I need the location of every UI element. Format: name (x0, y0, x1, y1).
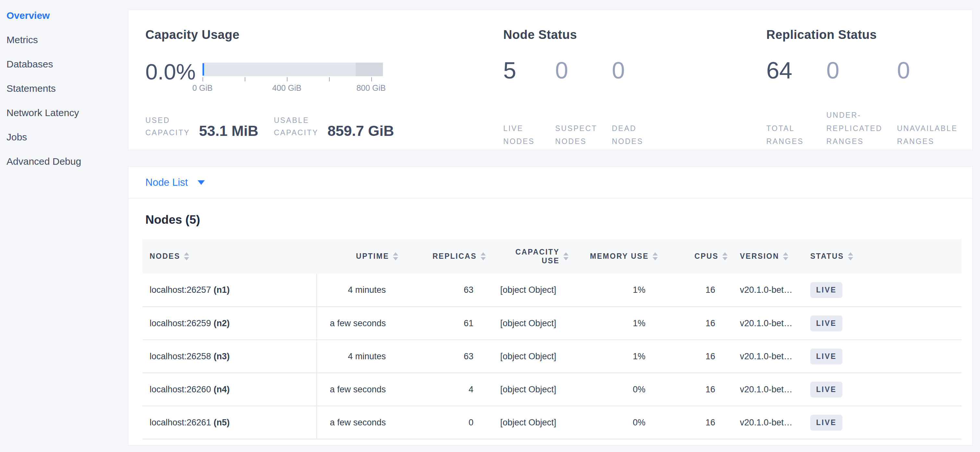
chevron-down-icon (197, 180, 205, 185)
capacity-gauge: 0 GiB 400 GiB 800 GiB (202, 63, 383, 94)
uptime-cell: a few seconds (317, 373, 399, 406)
table-row: localhost:26261(n5) a few seconds 0 [obj… (142, 406, 961, 439)
replication-stat: 64 TOTAL RANGES (766, 59, 811, 148)
replication-stat: 0 UNDER- REPLICATED RANGES (826, 59, 882, 148)
stat-value: 64 (766, 59, 811, 82)
nodes-table: NODES UPTIME (142, 239, 961, 439)
node-status-stat: 5 LIVE NODES (503, 59, 541, 148)
status-cell: LIVE (799, 373, 961, 406)
capacity-usage-title: Capacity Usage (145, 28, 503, 42)
node-list-dropdown[interactable]: Node List (145, 177, 205, 189)
node-list-panel: Node List Nodes (5) NODES (128, 167, 972, 446)
sidebar-item[interactable]: Jobs (0, 125, 128, 149)
cpus-cell: 16 (659, 307, 729, 340)
node-address-link[interactable]: localhost:26257 (150, 285, 211, 295)
version-cell: v20.1.0-bet… (729, 307, 799, 340)
sidebar-item-label: Databases (6, 59, 53, 70)
node-address-link[interactable]: localhost:26259 (150, 319, 211, 328)
axis-label-800gib: 800 GiB (356, 83, 385, 93)
sidebar-item[interactable]: Advanced Debug (0, 149, 128, 173)
column-header[interactable]: STATUS (799, 239, 961, 274)
version-cell: v20.1.0-bet… (729, 406, 799, 439)
node-status-title: Node Status (503, 28, 767, 42)
status-badge: LIVE (810, 316, 842, 331)
column-header[interactable]: CPUS (659, 239, 729, 274)
replication-stat: 0 UNAVAILABLE RANGES (897, 59, 958, 148)
sidebar-item[interactable]: Databases (0, 52, 128, 76)
sidebar-item[interactable]: Metrics (0, 27, 128, 52)
capacity-usage-section: Capacity Usage 0.0% 0 GiB 400 GiB 800 Gi… (145, 28, 503, 150)
node-id: (n4) (213, 385, 230, 394)
sidebar-item-label: Jobs (6, 132, 27, 143)
sort-icon (393, 252, 398, 260)
sidebar-item-label: Network Latency (6, 107, 79, 118)
sort-icon (184, 252, 189, 260)
sort-icon (480, 252, 486, 260)
table-row: localhost:26257(n1) 4 minutes 63 [object… (142, 274, 961, 307)
usable-capacity-label: USABLE CAPACITY (274, 114, 318, 139)
column-header[interactable]: NODES (142, 239, 317, 274)
column-header[interactable]: MEMORY USE (570, 239, 659, 274)
column-header[interactable]: REPLICAS (399, 239, 487, 274)
table-row: localhost:26258(n3) 4 minutes 63 [object… (142, 340, 961, 373)
capacity-gauge-axis: 0 GiB 400 GiB 800 GiB (202, 83, 383, 94)
sidebar-item[interactable]: Network Latency (0, 100, 128, 125)
capacity-use-cell: [object Object] (487, 340, 570, 373)
version-cell: v20.1.0-bet… (729, 373, 799, 406)
uptime-cell: 4 minutes (317, 340, 399, 373)
sort-icon (563, 252, 568, 260)
node-cell: localhost:26258(n3) (142, 340, 317, 373)
used-capacity-label: USED CAPACITY (145, 114, 190, 139)
replicas-cell: 4 (399, 373, 487, 406)
node-address-link[interactable]: localhost:26261 (150, 418, 211, 427)
stat-value: 0 (555, 59, 597, 82)
stat-label: UNAVAILABLE RANGES (897, 122, 958, 148)
version-cell: v20.1.0-bet… (729, 274, 799, 307)
sort-icon (722, 252, 727, 260)
node-address-link[interactable]: localhost:26260 (150, 385, 211, 394)
memory-use-cell: 1% (570, 307, 659, 340)
capacity-use-cell: [object Object] (487, 373, 570, 406)
sort-icon (848, 252, 853, 260)
usable-capacity-stat: USABLE CAPACITY 859.7 GiB (274, 114, 394, 139)
column-header[interactable]: CAPACITY USE (487, 239, 570, 274)
node-list-dropdown-label: Node List (145, 177, 188, 189)
node-status-stat: 0 SUSPECT NODES (555, 59, 597, 148)
stat-value: 0 (612, 59, 649, 82)
capacity-gauge-bar (202, 63, 383, 76)
capacity-used-percent: 0.0% (145, 61, 202, 83)
capacity-use-cell: [object Object] (487, 274, 570, 307)
node-id: (n2) (213, 319, 230, 328)
memory-use-cell: 1% (570, 274, 659, 307)
table-row: localhost:26260(n4) a few seconds 4 [obj… (142, 373, 961, 406)
sidebar-item[interactable]: Statements (0, 76, 128, 100)
replicas-cell: 61 (399, 307, 487, 340)
cpus-cell: 16 (659, 373, 729, 406)
used-capacity-stat: USED CAPACITY 53.1 MiB (145, 114, 258, 139)
sidebar-item[interactable]: Overview (0, 3, 128, 27)
version-cell: v20.1.0-bet… (729, 340, 799, 373)
stat-label: TOTAL RANGES (766, 122, 811, 148)
capacity-gauge-reserved-segment (356, 63, 383, 76)
capacity-gauge-used-marker (202, 63, 204, 76)
node-address-link[interactable]: localhost:26258 (150, 352, 211, 361)
used-capacity-value: 53.1 MiB (199, 124, 258, 138)
replicas-cell: 0 (399, 406, 487, 439)
column-header[interactable]: VERSION (729, 239, 799, 274)
capacity-gauge-ticks (202, 77, 383, 82)
node-cell: localhost:26261(n5) (142, 406, 317, 439)
capacity-use-cell: [object Object] (487, 406, 570, 439)
status-cell: LIVE (799, 406, 961, 439)
nodes-heading: Nodes (5) (142, 213, 958, 227)
stat-value: 5 (503, 59, 541, 82)
status-cell: LIVE (799, 307, 961, 340)
capacity-use-cell: [object Object] (487, 307, 570, 340)
column-header[interactable]: UPTIME (317, 239, 399, 274)
stat-label: SUSPECT NODES (555, 122, 597, 148)
axis-label-400gib: 400 GiB (272, 83, 301, 93)
sidebar-item-label: Overview (6, 10, 50, 21)
memory-use-cell: 1% (570, 340, 659, 373)
node-cell: localhost:26257(n1) (142, 274, 317, 307)
replication-status-title: Replication Status (766, 28, 972, 42)
stat-value: 0 (897, 59, 958, 82)
